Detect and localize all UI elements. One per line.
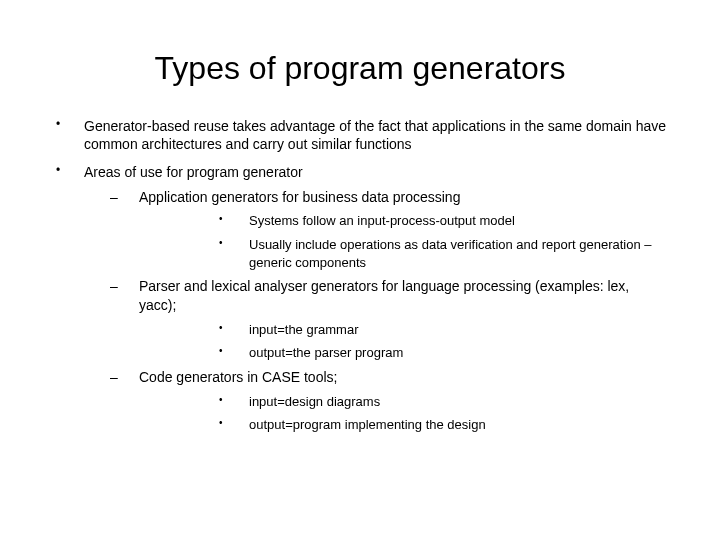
subsub-list: Systems follow an input-process-output m… [139,212,670,271]
bullet-list: Generator-based reuse takes advantage of… [50,117,670,434]
sub-item: Code generators in CASE tools; input=des… [84,368,670,434]
sub-item: Parser and lexical analyser generators f… [84,277,670,362]
subsub-item: Systems follow an input-process-output m… [139,212,670,230]
bullet-text: Areas of use for program generator [84,164,303,180]
bullet-item: Areas of use for program generator Appli… [50,163,670,434]
sub-text: Application generators for business data… [139,189,460,205]
subsub-text: input=design diagrams [249,394,380,409]
subsub-text: Systems follow an input-process-output m… [249,213,515,228]
subsub-item: input=design diagrams [139,393,670,411]
sub-text: Code generators in CASE tools; [139,369,337,385]
sub-item: Application generators for business data… [84,188,670,272]
subsub-item: Usually include operations as data verif… [139,236,670,271]
subsub-text: output=the parser program [249,345,403,360]
subsub-item: input=the grammar [139,321,670,339]
sub-text: Parser and lexical analyser generators f… [139,278,629,313]
subsub-text: Usually include operations as data verif… [249,237,652,270]
subsub-list: input=design diagrams output=program imp… [139,393,670,434]
subsub-list: input=the grammar output=the parser prog… [139,321,670,362]
subsub-text: output=program implementing the design [249,417,486,432]
subsub-item: output=program implementing the design [139,416,670,434]
bullet-item: Generator-based reuse takes advantage of… [50,117,670,153]
slide: Types of program generators Generator-ba… [0,0,720,540]
subsub-item: output=the parser program [139,344,670,362]
slide-title: Types of program generators [50,50,670,87]
sub-list: Application generators for business data… [84,188,670,434]
subsub-text: input=the grammar [249,322,358,337]
bullet-text: Generator-based reuse takes advantage of… [84,118,666,152]
